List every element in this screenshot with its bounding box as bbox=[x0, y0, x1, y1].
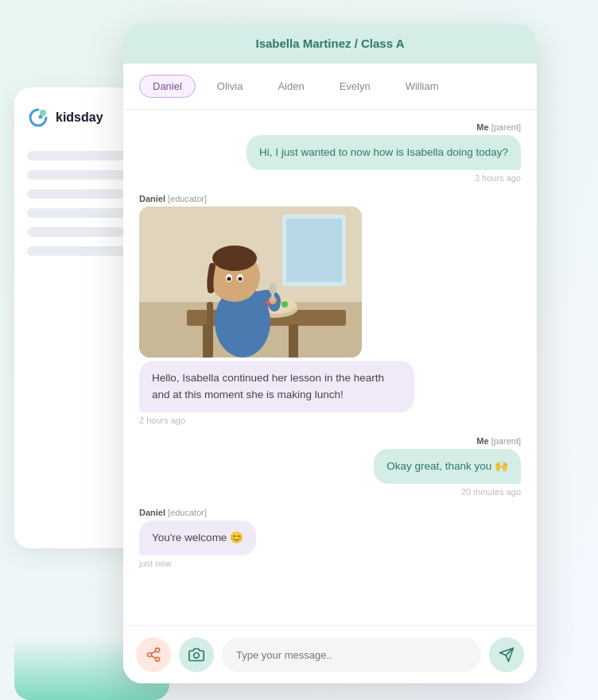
sender-role: [educator] bbox=[168, 508, 207, 517]
sender-label: Daniel [educator] bbox=[139, 194, 207, 203]
chat-header: Isabella Martinez / Class A bbox=[123, 24, 537, 64]
sender-label: Me [parent] bbox=[476, 436, 521, 446]
camera-icon bbox=[188, 647, 204, 663]
message-input[interactable] bbox=[222, 637, 481, 672]
svg-line-28 bbox=[151, 656, 156, 658]
message-timestamp: 20 minutes ago bbox=[461, 487, 521, 497]
message-row: Me [parent] Okay great, thank you 🙌 20 m… bbox=[139, 436, 521, 497]
message-row: Daniel [educator] You're welcome 😊 just … bbox=[139, 508, 521, 568]
svg-point-24 bbox=[269, 283, 277, 294]
kidsday-logo-icon bbox=[27, 106, 49, 129]
logo-text: kidsday bbox=[56, 110, 103, 125]
send-button[interactable] bbox=[489, 637, 524, 672]
image-placeholder bbox=[139, 207, 362, 358]
message-timestamp: 2 hours ago bbox=[139, 416, 185, 425]
tab-william[interactable]: William bbox=[392, 75, 452, 98]
share-icon bbox=[146, 647, 161, 663]
svg-point-19 bbox=[227, 277, 231, 281]
sender-name: Daniel bbox=[139, 508, 165, 517]
svg-rect-21 bbox=[207, 302, 213, 358]
chat-image bbox=[139, 207, 362, 358]
tab-daniel[interactable]: Daniel bbox=[139, 75, 196, 98]
child-eating-illustration bbox=[139, 207, 362, 358]
chat-tabs: Daniel Olivia Aiden Evelyn William bbox=[123, 64, 537, 110]
send-icon bbox=[499, 647, 515, 663]
svg-point-1 bbox=[39, 115, 43, 119]
sender-label: Daniel [educator] bbox=[139, 508, 207, 517]
svg-rect-5 bbox=[286, 219, 342, 282]
message-row: Daniel [educator] bbox=[139, 194, 521, 425]
tab-aiden[interactable]: Aiden bbox=[264, 75, 317, 98]
sender-name: Me bbox=[476, 122, 488, 132]
input-area bbox=[123, 625, 537, 683]
camera-button[interactable] bbox=[179, 637, 214, 672]
svg-point-30 bbox=[194, 653, 200, 659]
sender-role: [parent] bbox=[491, 122, 521, 132]
sidebar-item-5[interactable] bbox=[27, 227, 124, 237]
sidebar-item-3[interactable] bbox=[27, 189, 124, 199]
svg-point-20 bbox=[239, 277, 243, 281]
message-bubble: You're welcome 😊 bbox=[139, 520, 256, 555]
svg-point-13 bbox=[282, 301, 288, 307]
svg-point-16 bbox=[212, 246, 257, 271]
chat-card: Isabella Martinez / Class A Daniel Olivi… bbox=[123, 24, 537, 683]
sender-role: [educator] bbox=[168, 194, 207, 203]
message-timestamp: 3 hours ago bbox=[475, 173, 521, 183]
message-bubble: Okay great, thank you 🙌 bbox=[374, 449, 521, 484]
sender-name: Daniel bbox=[139, 194, 165, 203]
messages-area: Me [parent] Hi, I just wanted to now how… bbox=[123, 110, 537, 625]
message-bubble: Hi, I just wanted to now how is Isabella… bbox=[247, 135, 521, 170]
tab-evelyn[interactable]: Evelyn bbox=[326, 75, 384, 98]
message-timestamp: just now bbox=[139, 559, 171, 568]
scene: kidsday Isabella Martinez / Class A Dani… bbox=[0, 0, 598, 700]
tab-olivia[interactable]: Olivia bbox=[204, 75, 257, 98]
svg-rect-8 bbox=[289, 324, 298, 358]
message-bubble: Hello, Isabella continued her lesson in … bbox=[139, 361, 414, 412]
share-button[interactable] bbox=[136, 637, 171, 672]
sender-role: [parent] bbox=[491, 436, 521, 446]
message-row: Me [parent] Hi, I just wanted to now how… bbox=[139, 122, 521, 183]
chat-header-title: Isabella Martinez / Class A bbox=[255, 37, 404, 50]
svg-line-29 bbox=[151, 651, 156, 653]
sender-label: Me [parent] bbox=[476, 122, 521, 132]
sender-name: Me bbox=[476, 436, 488, 446]
